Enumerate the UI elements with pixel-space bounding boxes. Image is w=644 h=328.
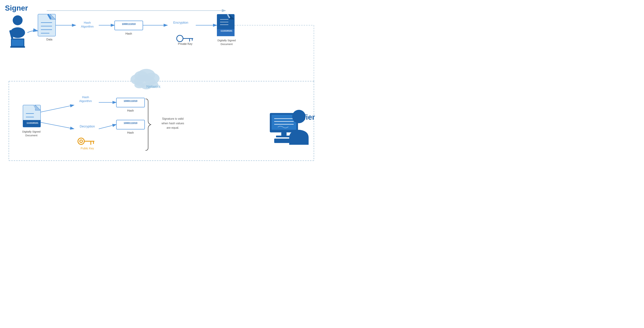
svg-point-40 xyxy=(134,71,148,81)
diagram-container: Signer Verifier xyxy=(0,0,322,164)
svg-line-51 xyxy=(40,105,74,112)
network-label: Network xyxy=(139,84,168,89)
svg-rect-8 xyxy=(10,46,25,48)
hash-value-top: 1000111010 xyxy=(116,23,142,26)
private-key-label: Private Key xyxy=(174,42,196,46)
public-key-label: Public Key xyxy=(76,147,99,150)
hash2-value-bottom: 1000111010 xyxy=(118,122,144,124)
decryption-label: Decryption xyxy=(76,125,99,128)
svg-rect-56 xyxy=(116,120,144,129)
svg-line-52 xyxy=(40,122,74,129)
signed-doc-value-top: 1110100101 xyxy=(218,30,235,32)
signed-doc-label-top: Digitally Signed Document xyxy=(214,39,239,46)
signature-valid-text: Signature is valid when hash values are … xyxy=(154,117,192,130)
svg-point-4 xyxy=(13,15,22,25)
hash-algorithm-bottom-label: Hash Algorithm xyxy=(74,95,97,103)
svg-rect-68 xyxy=(281,132,286,136)
hash1-value-bottom: 1000111010 xyxy=(118,100,144,102)
data-label: Data xyxy=(42,38,56,41)
encryption-label: Encryption xyxy=(168,21,194,25)
svg-point-62 xyxy=(80,140,82,142)
signed-doc-value-bottom: 1110100101 xyxy=(24,122,41,124)
hash1-label-bottom: Hash xyxy=(122,109,139,112)
svg-point-21 xyxy=(177,35,183,42)
hash-algorithm-top-label: Hash Algorithm xyxy=(76,21,99,29)
svg-rect-9 xyxy=(12,40,24,46)
svg-line-55 xyxy=(99,124,116,129)
svg-rect-54 xyxy=(116,98,144,107)
main-diagram-svg xyxy=(0,0,322,164)
svg-rect-19 xyxy=(114,21,143,30)
hash2-label-bottom: Hash xyxy=(122,131,139,134)
svg-point-71 xyxy=(292,110,306,123)
hash-label-top: Hash xyxy=(120,32,138,35)
signed-doc-label-bottom: Digitally Signed Document xyxy=(19,130,44,137)
